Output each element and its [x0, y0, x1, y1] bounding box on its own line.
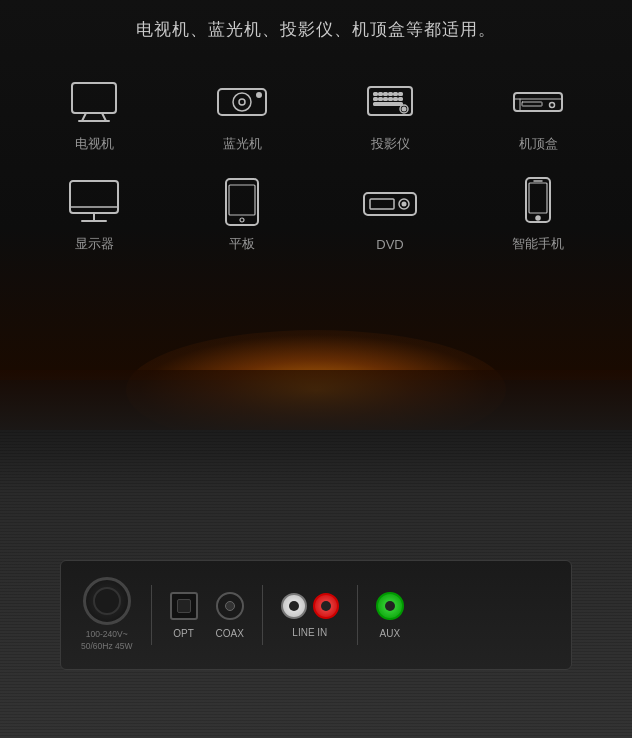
title-text: 电视机、蓝光机、投影仪、机顶盒等都适用。 [136, 20, 496, 39]
svg-point-7 [257, 93, 261, 97]
svg-rect-36 [364, 193, 416, 215]
icon-item-phone: 智能手机 [464, 165, 612, 265]
opt-port-inner [177, 599, 191, 613]
svg-point-39 [403, 202, 406, 205]
svg-rect-10 [379, 93, 382, 95]
svg-rect-34 [229, 185, 255, 215]
svg-rect-17 [384, 98, 387, 100]
svg-line-2 [102, 113, 106, 121]
svg-rect-9 [374, 93, 377, 95]
port-panel: 100-240V~50/60Hz 45W OPT COAX [60, 560, 572, 670]
svg-point-27 [550, 103, 555, 108]
svg-point-23 [403, 108, 406, 111]
settop-label: 机顶盒 [519, 135, 558, 153]
icon-item-settop: 机顶盒 [464, 65, 612, 165]
opt-port [170, 592, 198, 620]
phone-icon [508, 177, 568, 227]
svg-rect-19 [394, 98, 397, 100]
device-icons-grid: 电视机 蓝光机 [0, 65, 632, 265]
coax-port-inner [225, 601, 235, 611]
svg-rect-21 [374, 103, 402, 105]
page-title: 电视机、蓝光机、投影仪、机顶盒等都适用。 [0, 18, 632, 41]
icon-item-monitor: 显示器 [20, 165, 168, 265]
svg-rect-20 [399, 98, 402, 100]
tv-label: 电视机 [75, 135, 114, 153]
tablet-icon [212, 177, 272, 227]
svg-rect-14 [399, 93, 402, 95]
settop-icon [508, 77, 568, 127]
svg-rect-29 [70, 181, 118, 213]
icon-item-projector: 投影仪 [316, 65, 464, 165]
phone-label: 智能手机 [512, 235, 564, 253]
tv-icon [64, 77, 124, 127]
power-port [83, 577, 131, 625]
svg-rect-16 [379, 98, 382, 100]
svg-rect-28 [522, 102, 542, 106]
monitor-icon [64, 177, 124, 227]
power-port-group: 100-240V~50/60Hz 45W [81, 577, 133, 653]
icon-item-dvd: DVD [316, 165, 464, 265]
linein-right-inner [321, 601, 331, 611]
power-port-inner [93, 587, 121, 615]
icon-item-tablet: 平板 [168, 165, 316, 265]
coax-label: COAX [216, 628, 244, 639]
svg-point-6 [239, 99, 245, 105]
page: 电视机、蓝光机、投影仪、机顶盒等都适用。 电视机 [0, 0, 632, 738]
divider-3 [357, 585, 358, 645]
aux-label: AUX [380, 628, 401, 639]
svg-point-5 [233, 93, 251, 111]
linein-port-group: LINE IN [281, 593, 339, 638]
projector-icon [360, 77, 420, 127]
linein-label: LINE IN [292, 627, 327, 638]
linein-left-inner [289, 601, 299, 611]
opt-label: OPT [173, 628, 194, 639]
svg-line-1 [82, 113, 86, 121]
svg-rect-11 [384, 93, 387, 95]
coax-port [216, 592, 244, 620]
dvd-label: DVD [376, 237, 403, 252]
linein-left-port [281, 593, 307, 619]
coax-port-group: COAX [216, 592, 244, 639]
svg-point-42 [536, 216, 540, 220]
tablet-label: 平板 [229, 235, 255, 253]
svg-rect-15 [374, 98, 377, 100]
opt-port-group: OPT [170, 592, 198, 639]
divider-1 [151, 585, 152, 645]
bluray-icon [212, 77, 272, 127]
svg-rect-37 [370, 199, 394, 209]
linein-right-port [313, 593, 339, 619]
projector-label: 投影仪 [371, 135, 410, 153]
aux-port-group: AUX [376, 592, 404, 639]
dvd-icon [360, 179, 420, 229]
aux-inner [385, 601, 395, 611]
bluray-label: 蓝光机 [223, 135, 262, 153]
power-info: 100-240V~50/60Hz 45W [81, 629, 133, 653]
icon-item-tv: 电视机 [20, 65, 168, 165]
svg-rect-0 [72, 83, 116, 113]
monitor-label: 显示器 [75, 235, 114, 253]
icon-item-bluray: 蓝光机 [168, 65, 316, 165]
svg-rect-41 [529, 183, 547, 213]
svg-rect-18 [389, 98, 392, 100]
svg-rect-13 [394, 93, 397, 95]
linein-ports-row [281, 593, 339, 619]
aux-port [376, 592, 404, 620]
divider-2 [262, 585, 263, 645]
svg-point-35 [240, 218, 244, 222]
svg-rect-12 [389, 93, 392, 95]
